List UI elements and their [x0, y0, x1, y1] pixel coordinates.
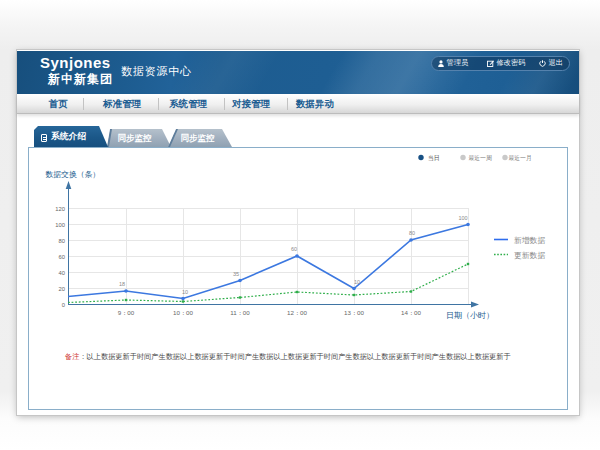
- svg-text:80: 80: [409, 230, 415, 236]
- svg-text:日期（小时）: 日期（小时）: [446, 311, 494, 320]
- svg-text:最近一周: 最近一周: [469, 155, 492, 161]
- svg-text:60: 60: [59, 254, 65, 260]
- svg-text:40: 40: [59, 270, 65, 276]
- svg-text:当日: 当日: [428, 155, 440, 162]
- svg-text:10: 10: [354, 279, 360, 285]
- svg-text:100: 100: [458, 215, 467, 221]
- svg-text:13：00: 13：00: [344, 309, 365, 316]
- svg-text:35: 35: [233, 271, 239, 277]
- svg-text:60: 60: [291, 246, 297, 252]
- svg-text:10：00: 10：00: [173, 309, 194, 316]
- svg-text:新增数据: 新增数据: [514, 236, 545, 245]
- svg-text:120: 120: [55, 206, 65, 212]
- svg-text:数据交换（条）: 数据交换（条）: [46, 170, 101, 179]
- svg-text:0: 0: [62, 302, 65, 308]
- svg-text:更新数据: 更新数据: [514, 251, 545, 260]
- svg-text:12：00: 12：00: [287, 309, 308, 316]
- svg-text:9：00: 9：00: [118, 309, 135, 316]
- svg-text:10: 10: [182, 289, 188, 295]
- svg-text:20: 20: [59, 286, 65, 292]
- svg-text:18: 18: [119, 281, 125, 287]
- svg-text:11：00: 11：00: [230, 309, 250, 316]
- svg-text:80: 80: [59, 238, 65, 244]
- svg-text:100: 100: [55, 222, 65, 228]
- svg-text:14：00: 14：00: [401, 309, 422, 316]
- svg-text:最近一月: 最近一月: [509, 155, 532, 162]
